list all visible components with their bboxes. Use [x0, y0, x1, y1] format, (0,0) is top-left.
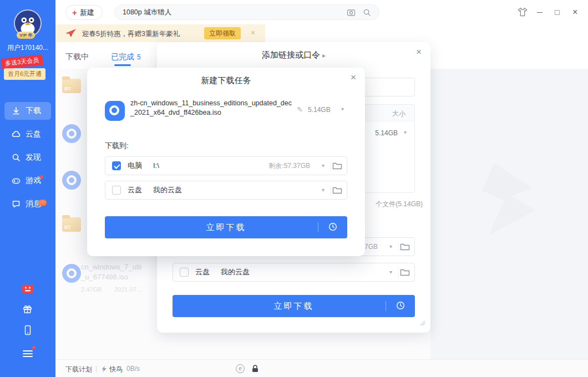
tab-completed[interactable]: 已完成5	[111, 52, 141, 62]
chevron-down-icon[interactable]: ▾	[322, 181, 325, 199]
chevron-down-icon[interactable]: ▾	[322, 157, 325, 175]
speed-boost-label[interactable]: 快鸟	[109, 365, 123, 374]
iso-file-icon	[105, 101, 125, 121]
sidebar-item-label: 云盘	[26, 129, 41, 139]
gift-icon[interactable]	[22, 304, 33, 317]
sidebar-item-games[interactable]: 游戏	[4, 172, 51, 190]
tab-downloading[interactable]: 下载中	[65, 52, 89, 62]
location-path: 我的云盘	[153, 181, 182, 199]
phone-icon[interactable]	[23, 325, 33, 338]
files-summary: 个文件(5.14GB)	[376, 200, 423, 209]
message-icon	[12, 200, 21, 208]
arrow-right-icon: ▸	[322, 52, 326, 59]
remaining-space: 剩余:57.37GB	[268, 157, 310, 175]
speed-bird-icon	[101, 365, 108, 373]
new-task-button[interactable]: + 新建	[65, 5, 103, 20]
download-to-label: 下载到:	[105, 141, 129, 151]
save-to-cloud-row[interactable]: 云盘 我的云盘 ▾	[173, 263, 415, 282]
download-plan-button[interactable]: 下载计划	[65, 365, 92, 374]
claim-now-button[interactable]: 立即领取	[204, 27, 241, 39]
rocket-icon	[65, 28, 77, 38]
chevron-down-icon[interactable]: ▾	[389, 238, 392, 256]
task-filename[interactable]: zh-cn_windows_11_business_editions_updat…	[130, 99, 295, 118]
divider	[398, 268, 399, 277]
dialog-close-icon[interactable]: ×	[351, 72, 356, 83]
divider	[386, 301, 386, 311]
sidebar-item-messages[interactable]: 消息 ⋯	[4, 195, 51, 213]
computer-checkbox[interactable]	[112, 161, 121, 170]
dialog-title-text: 添加链接或口令	[262, 50, 320, 59]
download-now-button[interactable]: 立即下载	[105, 216, 347, 238]
status-bar: 下载计划 | 快鸟 0B/s e	[55, 359, 588, 377]
schedule-clock-icon[interactable]	[396, 301, 405, 312]
dialog-close-icon[interactable]: ×	[416, 47, 422, 58]
sidebar-item-cloud[interactable]: 云盘	[4, 125, 51, 143]
promo-ribbon[interactable]: 多送3天会员	[1, 54, 43, 69]
topbar: + 新建 ─ □ ×	[55, 0, 588, 24]
tab-completed-label: 已完成	[111, 52, 134, 61]
chevron-down-icon[interactable]: ▾	[389, 263, 392, 281]
location-path: I:\	[153, 157, 159, 175]
location-path: 我的云盘	[221, 263, 250, 281]
tab-completed-count: 5	[137, 53, 141, 61]
menu-icon[interactable]	[23, 349, 33, 359]
cloud-checkbox[interactable]	[112, 186, 121, 195]
promo-open-vip[interactable]: 首月6元开通	[4, 68, 45, 80]
file-size-value: 5.14GB	[375, 129, 398, 137]
sidebar-item-label: 发现	[26, 152, 41, 162]
choose-folder-icon[interactable]	[400, 268, 410, 279]
maximize-button[interactable]: □	[555, 7, 559, 18]
search-input[interactable]	[123, 5, 333, 19]
divider	[331, 186, 331, 195]
new-task-dialog: 新建下载任务 × zh-cn_windows_11_business_editi…	[87, 68, 365, 256]
live-center-icon[interactable]	[22, 283, 34, 297]
search-icon[interactable]	[363, 8, 371, 17]
choose-folder-icon[interactable]	[400, 243, 410, 253]
sidebar-item-label: 下载	[26, 106, 41, 116]
chevron-down-icon[interactable]: ▾	[404, 129, 407, 135]
vip-badge: V!P 年	[17, 32, 35, 39]
sidebar: V!P 年 用户170140... 多送3天会员 首月6元开通 下载 云盘 发现…	[0, 0, 55, 377]
game-icon	[12, 176, 21, 185]
speed-value: 0B/s	[126, 365, 140, 373]
dialog-title[interactable]: 添加链接或口令▸	[157, 50, 430, 60]
promo-banner: 迎春5折特惠，再赠3重新年豪礼 立即领取 ×	[55, 24, 265, 42]
task-size: 5.14GB	[308, 106, 331, 114]
sidebar-item-download[interactable]: 下载	[4, 102, 51, 120]
divider	[398, 243, 399, 252]
capture-icon[interactable]	[347, 8, 356, 17]
banner-text: 迎春5折特惠，再赠3重新年豪礼	[82, 29, 180, 39]
location-type: 云盘	[195, 263, 210, 281]
menu-notification-dot	[32, 346, 36, 349]
close-button[interactable]: ×	[572, 7, 577, 18]
browser-icon[interactable]: e	[236, 364, 245, 373]
discover-icon	[12, 153, 21, 162]
divider	[331, 162, 331, 171]
download-icon	[12, 106, 21, 115]
cloud-icon	[12, 130, 21, 139]
schedule-clock-icon[interactable]	[328, 222, 337, 233]
save-to-cloud-row[interactable]: 云盘 我的云盘 ▾	[105, 181, 347, 200]
choose-folder-icon[interactable]	[332, 186, 342, 197]
banner-close-icon[interactable]: ×	[251, 28, 255, 37]
resize-handle[interactable]	[420, 318, 425, 328]
cloud-checkbox[interactable]	[180, 268, 189, 277]
choose-folder-icon[interactable]	[332, 162, 342, 172]
edit-filename-icon[interactable]: ✎	[297, 105, 303, 114]
sidebar-item-discover[interactable]: 发现	[4, 149, 51, 166]
username[interactable]: 用户170140...	[0, 43, 55, 53]
save-to-computer-row[interactable]: 电脑 I:\ 剩余:57.37GB ▾	[105, 156, 347, 175]
skin-icon[interactable]	[517, 7, 528, 17]
sidebar-item-label: 游戏	[26, 176, 41, 186]
lock-icon[interactable]	[251, 364, 260, 373]
chevron-down-icon[interactable]: ▾	[341, 106, 344, 112]
minimize-button[interactable]: ─	[537, 7, 543, 18]
location-type: 电脑	[128, 157, 142, 175]
plus-icon: +	[72, 8, 77, 17]
download-now-button[interactable]: 立即下载	[173, 295, 415, 317]
size-column-header: 大小	[392, 109, 405, 119]
divider: |	[95, 365, 97, 373]
active-tab-underline	[114, 64, 131, 66]
notification-dot	[40, 175, 43, 179]
search-box[interactable]	[114, 4, 379, 20]
